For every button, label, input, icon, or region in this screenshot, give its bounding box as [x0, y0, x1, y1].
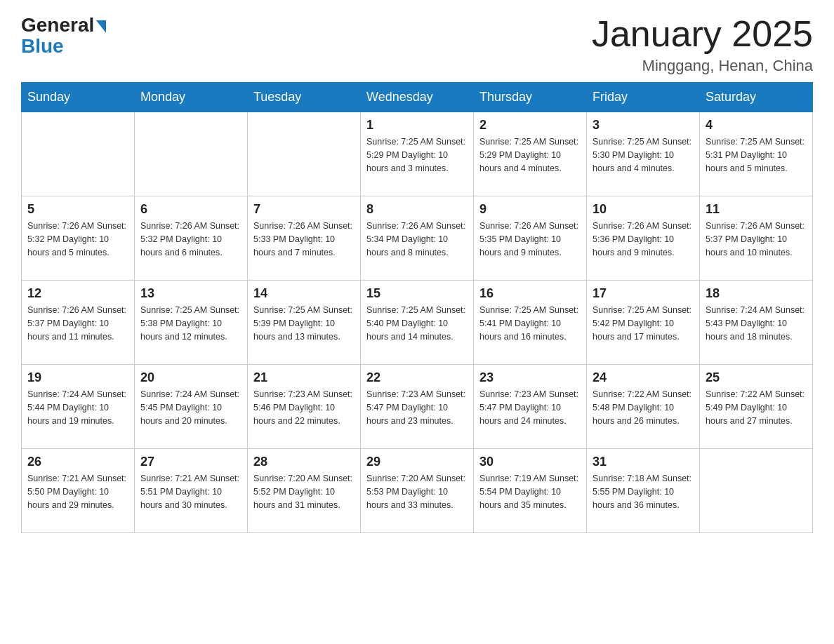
day-info: Sunrise: 7:24 AM Sunset: 5:43 PM Dayligh… [706, 304, 807, 343]
logo-arrow-icon [96, 20, 106, 33]
day-number: 18 [706, 286, 807, 301]
day-number: 16 [479, 286, 581, 301]
day-number: 12 [27, 286, 128, 301]
calendar-week-2: 5Sunrise: 7:26 AM Sunset: 5:32 PM Daylig… [22, 196, 813, 281]
calendar-week-5: 26Sunrise: 7:21 AM Sunset: 5:50 PM Dayli… [22, 449, 813, 533]
day-info: Sunrise: 7:25 AM Sunset: 5:29 PM Dayligh… [479, 135, 581, 175]
calendar-cell: 16Sunrise: 7:25 AM Sunset: 5:41 PM Dayli… [474, 281, 587, 365]
calendar-cell: 17Sunrise: 7:25 AM Sunset: 5:42 PM Dayli… [587, 281, 700, 365]
calendar-cell: 4Sunrise: 7:25 AM Sunset: 5:31 PM Daylig… [700, 112, 813, 196]
day-number: 29 [366, 455, 468, 469]
calendar-cell: 24Sunrise: 7:22 AM Sunset: 5:48 PM Dayli… [587, 365, 700, 449]
weekday-header-sunday: Sunday [22, 83, 135, 112]
calendar-cell [248, 112, 361, 196]
day-number: 22 [366, 370, 468, 385]
day-number: 27 [140, 455, 241, 469]
day-number: 6 [140, 202, 241, 217]
day-number: 11 [706, 202, 807, 217]
day-info: Sunrise: 7:22 AM Sunset: 5:48 PM Dayligh… [593, 388, 694, 427]
day-number: 1 [366, 118, 468, 133]
calendar-week-4: 19Sunrise: 7:24 AM Sunset: 5:44 PM Dayli… [22, 365, 813, 449]
day-number: 15 [366, 286, 468, 301]
day-info: Sunrise: 7:23 AM Sunset: 5:46 PM Dayligh… [253, 388, 355, 427]
day-info: Sunrise: 7:26 AM Sunset: 5:34 PM Dayligh… [366, 220, 468, 259]
calendar-cell: 12Sunrise: 7:26 AM Sunset: 5:37 PM Dayli… [22, 281, 135, 365]
day-info: Sunrise: 7:26 AM Sunset: 5:36 PM Dayligh… [593, 220, 694, 259]
day-number: 10 [593, 202, 694, 217]
calendar-cell: 25Sunrise: 7:22 AM Sunset: 5:49 PM Dayli… [700, 365, 813, 449]
day-number: 17 [593, 286, 694, 301]
calendar-cell: 8Sunrise: 7:26 AM Sunset: 5:34 PM Daylig… [361, 196, 474, 281]
weekday-header-friday: Friday [587, 83, 700, 112]
day-number: 2 [479, 118, 581, 133]
calendar-cell: 20Sunrise: 7:24 AM Sunset: 5:45 PM Dayli… [135, 365, 248, 449]
weekday-header-monday: Monday [135, 83, 248, 112]
calendar-cell: 13Sunrise: 7:25 AM Sunset: 5:38 PM Dayli… [135, 281, 248, 365]
day-number: 4 [706, 118, 807, 133]
title-section: January 2025 Minggang, Henan, China [592, 14, 813, 75]
day-info: Sunrise: 7:19 AM Sunset: 5:54 PM Dayligh… [479, 472, 581, 511]
calendar-cell: 2Sunrise: 7:25 AM Sunset: 5:29 PM Daylig… [474, 112, 587, 196]
weekday-header-thursday: Thursday [474, 83, 587, 112]
day-info: Sunrise: 7:20 AM Sunset: 5:52 PM Dayligh… [253, 472, 355, 511]
calendar-cell [700, 449, 813, 533]
day-number: 26 [27, 455, 128, 469]
day-info: Sunrise: 7:25 AM Sunset: 5:39 PM Dayligh… [253, 304, 355, 343]
calendar-subtitle: Minggang, Henan, China [592, 57, 813, 75]
calendar-cell: 18Sunrise: 7:24 AM Sunset: 5:43 PM Dayli… [700, 281, 813, 365]
day-number: 20 [140, 370, 241, 385]
day-info: Sunrise: 7:22 AM Sunset: 5:49 PM Dayligh… [706, 388, 807, 427]
day-number: 13 [140, 286, 241, 301]
calendar-header-row: SundayMondayTuesdayWednesdayThursdayFrid… [22, 83, 813, 112]
calendar-cell: 10Sunrise: 7:26 AM Sunset: 5:36 PM Dayli… [587, 196, 700, 281]
calendar-cell: 27Sunrise: 7:21 AM Sunset: 5:51 PM Dayli… [135, 449, 248, 533]
day-info: Sunrise: 7:25 AM Sunset: 5:30 PM Dayligh… [593, 135, 694, 175]
day-info: Sunrise: 7:24 AM Sunset: 5:45 PM Dayligh… [140, 388, 241, 427]
calendar-cell: 9Sunrise: 7:26 AM Sunset: 5:35 PM Daylig… [474, 196, 587, 281]
day-number: 3 [593, 118, 694, 133]
day-number: 19 [27, 370, 128, 385]
day-info: Sunrise: 7:25 AM Sunset: 5:42 PM Dayligh… [593, 304, 694, 343]
day-number: 24 [593, 370, 694, 385]
calendar-cell: 5Sunrise: 7:26 AM Sunset: 5:32 PM Daylig… [22, 196, 135, 281]
day-info: Sunrise: 7:18 AM Sunset: 5:55 PM Dayligh… [593, 472, 694, 511]
calendar-title: January 2025 [592, 14, 813, 54]
calendar-cell: 1Sunrise: 7:25 AM Sunset: 5:29 PM Daylig… [361, 112, 474, 196]
calendar-cell: 30Sunrise: 7:19 AM Sunset: 5:54 PM Dayli… [474, 449, 587, 533]
weekday-header-saturday: Saturday [700, 83, 813, 112]
calendar-cell: 14Sunrise: 7:25 AM Sunset: 5:39 PM Dayli… [248, 281, 361, 365]
logo-general-text: General [21, 14, 94, 36]
day-info: Sunrise: 7:26 AM Sunset: 5:35 PM Dayligh… [479, 220, 581, 259]
day-number: 21 [253, 370, 355, 385]
day-info: Sunrise: 7:25 AM Sunset: 5:40 PM Dayligh… [366, 304, 468, 343]
logo-blue-text: Blue [21, 35, 64, 58]
calendar-cell: 11Sunrise: 7:26 AM Sunset: 5:37 PM Dayli… [700, 196, 813, 281]
day-number: 28 [253, 455, 355, 469]
day-info: Sunrise: 7:26 AM Sunset: 5:33 PM Dayligh… [253, 220, 355, 259]
calendar-cell: 22Sunrise: 7:23 AM Sunset: 5:47 PM Dayli… [361, 365, 474, 449]
day-info: Sunrise: 7:25 AM Sunset: 5:29 PM Dayligh… [366, 135, 468, 175]
calendar-cell: 6Sunrise: 7:26 AM Sunset: 5:32 PM Daylig… [135, 196, 248, 281]
day-number: 9 [479, 202, 581, 217]
day-number: 23 [479, 370, 581, 385]
day-number: 14 [253, 286, 355, 301]
weekday-header-wednesday: Wednesday [361, 83, 474, 112]
calendar-table: SundayMondayTuesdayWednesdayThursdayFrid… [21, 82, 813, 533]
calendar-cell: 19Sunrise: 7:24 AM Sunset: 5:44 PM Dayli… [22, 365, 135, 449]
calendar-cell: 15Sunrise: 7:25 AM Sunset: 5:40 PM Dayli… [361, 281, 474, 365]
calendar-cell: 3Sunrise: 7:25 AM Sunset: 5:30 PM Daylig… [587, 112, 700, 196]
calendar-cell: 29Sunrise: 7:20 AM Sunset: 5:53 PM Dayli… [361, 449, 474, 533]
day-info: Sunrise: 7:21 AM Sunset: 5:50 PM Dayligh… [27, 472, 128, 511]
day-info: Sunrise: 7:23 AM Sunset: 5:47 PM Dayligh… [479, 388, 581, 427]
day-info: Sunrise: 7:20 AM Sunset: 5:53 PM Dayligh… [366, 472, 468, 511]
calendar-cell [22, 112, 135, 196]
day-info: Sunrise: 7:26 AM Sunset: 5:37 PM Dayligh… [706, 220, 807, 259]
day-number: 5 [27, 202, 128, 217]
day-number: 31 [593, 455, 694, 469]
day-number: 30 [479, 455, 581, 469]
day-info: Sunrise: 7:23 AM Sunset: 5:47 PM Dayligh… [366, 388, 468, 427]
day-number: 7 [253, 202, 355, 217]
day-info: Sunrise: 7:25 AM Sunset: 5:38 PM Dayligh… [140, 304, 241, 343]
day-number: 25 [706, 370, 807, 385]
day-info: Sunrise: 7:26 AM Sunset: 5:32 PM Dayligh… [140, 220, 241, 259]
